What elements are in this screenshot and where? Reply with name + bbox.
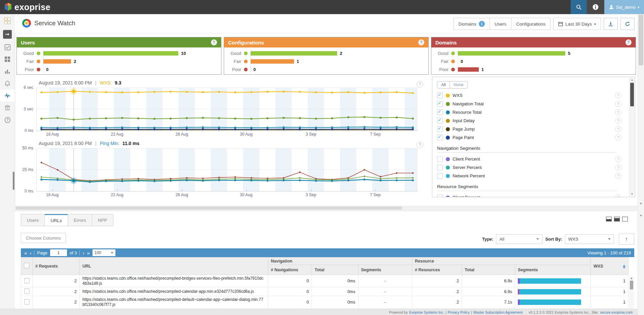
table-row[interactable]: 2 https://statics.teams.cdn.office.net/h… xyxy=(21,275,629,287)
row-checkbox[interactable] xyxy=(24,299,30,305)
column-header-requests[interactable]: # Requests xyxy=(33,257,80,275)
column-header-res-segments[interactable]: Segments xyxy=(515,265,591,275)
sort-icon[interactable] xyxy=(623,265,625,269)
wxs-chart-plot-area[interactable] xyxy=(36,88,418,131)
sort-direction-button[interactable]: ↑ xyxy=(619,234,634,245)
help-icon[interactable]: ? xyxy=(615,134,621,141)
choose-columns-button[interactable]: Choose Columns xyxy=(21,233,66,243)
panel-large-size-button[interactable] xyxy=(614,217,620,221)
column-header-nav-segments[interactable]: Segments xyxy=(358,265,412,275)
page-number-input[interactable] xyxy=(50,249,67,256)
ping-chart-plot-area[interactable] xyxy=(36,148,418,191)
sidebar-item-tasks[interactable] xyxy=(0,41,15,53)
help-icon[interactable]: ? xyxy=(615,173,621,179)
horizontal-scrollbar[interactable] xyxy=(15,206,639,211)
horizontal-scrollbar-thumb[interactable] xyxy=(16,207,402,210)
help-icon[interactable]: ? xyxy=(615,92,621,99)
help-icon[interactable]: ? xyxy=(625,39,632,45)
legend-scrollbar-thumb[interactable] xyxy=(630,83,634,106)
download-button[interactable] xyxy=(604,18,618,30)
date-range-button[interactable]: Last 30 Days ▾ xyxy=(553,18,601,30)
exoprise-logo[interactable]: exoprise xyxy=(4,2,50,12)
user-menu[interactable]: Sid_demo ▾ xyxy=(604,0,644,14)
help-icon[interactable]: ? xyxy=(615,109,621,115)
sidebar-item-service-watch[interactable] xyxy=(0,90,15,102)
footer-msa-link[interactable]: Master Subscription Agreement xyxy=(473,310,523,314)
select-none-button[interactable]: None xyxy=(450,81,467,88)
legend-checkbox[interactable] xyxy=(437,93,443,98)
sidebar-item-alarms[interactable] xyxy=(0,77,15,90)
help-icon[interactable]: ? xyxy=(211,39,217,45)
table-scrollbar[interactable]: ▲ xyxy=(629,277,634,309)
help-icon[interactable]: ? xyxy=(417,141,423,148)
tab-urls[interactable]: URLs xyxy=(44,214,68,226)
footer-site-link[interactable]: secure.exoprise.com xyxy=(600,310,633,314)
info-button[interactable] xyxy=(587,0,604,14)
tab-errors[interactable]: Errors xyxy=(68,214,92,226)
sidebar-item-dashboard[interactable] xyxy=(0,53,15,65)
sidebar-item-institution[interactable] xyxy=(0,102,15,114)
page-scrollbar[interactable]: ▼ ▲ xyxy=(638,14,644,315)
sidebar-collapse-toggle[interactable] xyxy=(0,28,15,41)
next-page-button[interactable]: › xyxy=(82,250,84,256)
help-icon[interactable]: ? xyxy=(615,164,621,171)
table-scrollbar-thumb[interactable] xyxy=(630,281,633,289)
scroll-down-icon[interactable]: ▼ xyxy=(638,202,644,205)
column-header-url[interactable]: URL xyxy=(80,257,268,275)
footer-privacy-link[interactable]: Privacy Policy xyxy=(448,310,470,314)
help-icon[interactable]: ? xyxy=(615,101,621,107)
legend-checkbox[interactable] xyxy=(437,173,443,179)
legend-checkbox[interactable] xyxy=(437,135,443,140)
panel-full-size-button[interactable] xyxy=(622,217,628,221)
table-row[interactable]: 2 https://statics.teams.cdn.office.net/h… xyxy=(21,287,629,296)
legend-scrollbar[interactable]: ▲ ▼ xyxy=(629,77,635,197)
scroll-up-icon[interactable]: ▲ xyxy=(638,213,644,217)
sidebar-item-help[interactable]: ? xyxy=(0,114,15,126)
row-checkbox[interactable] xyxy=(24,288,30,294)
legend-checkbox[interactable] xyxy=(437,195,443,197)
select-all-button[interactable]: All xyxy=(437,81,450,88)
first-page-button[interactable]: « xyxy=(24,250,27,256)
row-checkbox[interactable] xyxy=(24,278,30,283)
legend-checkbox[interactable] xyxy=(437,126,443,132)
legend-checkbox[interactable] xyxy=(437,118,443,124)
table-row[interactable]: 2 https://statics.teams.cdn.office.net/h… xyxy=(21,296,629,309)
sort-by-select[interactable]: WXS xyxy=(565,234,614,244)
footer-company-link[interactable]: Exoprise Systems Inc. xyxy=(409,310,444,314)
panel-half-size-button[interactable] xyxy=(606,217,612,221)
users-button[interactable]: Users xyxy=(490,18,511,30)
column-header-navigations[interactable]: # Navigations xyxy=(268,265,312,275)
refresh-button[interactable] xyxy=(620,18,635,30)
column-header-wxs[interactable]: WXS xyxy=(591,257,629,275)
last-page-button[interactable]: » xyxy=(87,250,90,256)
column-header-res-total[interactable]: Total xyxy=(462,265,515,275)
sidebar-item-apps[interactable] xyxy=(0,14,15,28)
help-icon[interactable]: ? xyxy=(417,81,423,88)
previous-page-button[interactable]: ‹ xyxy=(30,250,31,256)
column-header-resources[interactable]: # Resources xyxy=(412,265,462,275)
search-button[interactable] xyxy=(571,0,587,14)
column-header-nav-total[interactable]: Total xyxy=(312,265,358,275)
tab-npp[interactable]: NPP xyxy=(92,214,113,226)
configurations-button[interactable]: Configurations xyxy=(511,18,550,30)
sidebar-item-analytics[interactable] xyxy=(0,65,15,77)
legend-checkbox[interactable] xyxy=(437,156,443,162)
help-icon[interactable]: ? xyxy=(615,117,621,124)
select-all-checkbox[interactable] xyxy=(24,263,29,268)
help-icon[interactable]: ? xyxy=(615,156,621,162)
domains-button[interactable]: Domains 1 xyxy=(454,18,490,30)
help-icon[interactable]: ? xyxy=(418,39,424,45)
help-icon[interactable]: ? xyxy=(615,194,621,197)
type-filter-select[interactable]: All xyxy=(496,234,542,244)
scroll-down-icon[interactable]: ▼ xyxy=(630,193,635,196)
legend-checkbox[interactable] xyxy=(437,165,443,170)
page-size-select[interactable]: 100 xyxy=(93,249,115,256)
scroll-up-icon[interactable]: ▲ xyxy=(629,277,634,280)
scroll-up-icon[interactable]: ▲ xyxy=(630,78,635,81)
legend-checkbox[interactable] xyxy=(437,101,443,107)
legend-checkbox[interactable] xyxy=(437,109,443,115)
page-scrollbar-thumb[interactable] xyxy=(639,15,643,65)
sidebar-scrollbar-thumb[interactable] xyxy=(13,172,14,190)
help-icon[interactable]: ? xyxy=(615,126,621,132)
tab-users[interactable]: Users xyxy=(21,214,45,226)
